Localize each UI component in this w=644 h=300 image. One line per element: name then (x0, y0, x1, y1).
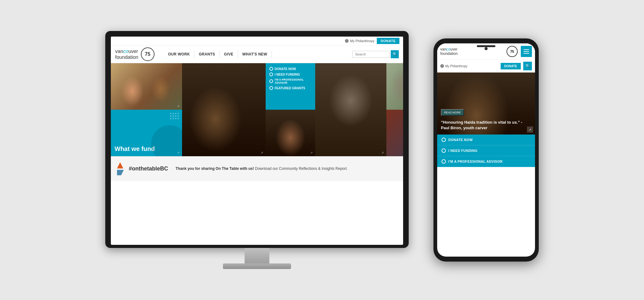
monitor-frame: My Philanthropy DONATE vancouver foundat… (105, 31, 409, 248)
bottom-banner: #onthetableBC Thank you for sharing On T… (111, 156, 403, 181)
mobile-logo-text: vancouver foundation (440, 47, 505, 56)
site-topbar: My Philanthropy DONATE (111, 37, 403, 46)
mobile-phone-wrapper: vancouver foundation 75 My Philanthropy (433, 38, 539, 262)
nav-our-work[interactable]: OUR WORK (164, 50, 194, 58)
hero-cell-women: ➚ (111, 63, 182, 110)
menu-donate-now-label: DONATE NOW (275, 67, 296, 71)
mobile-search-button[interactable]: 🔍 (523, 62, 532, 70)
mobile-read-more-button[interactable]: READ MORE (441, 109, 464, 116)
hamburger-line-1 (524, 49, 529, 50)
hamburger-line-3 (524, 53, 529, 54)
mobile-menu-funding-label: I NEED FUNDING (448, 149, 477, 152)
user-icon (345, 39, 349, 43)
hero-cell-what-we-fund[interactable]: What we fund ➚ (111, 110, 182, 156)
logo-badge: 75 (141, 47, 154, 61)
mobile-philanthropy-label: My Philanthropy (445, 64, 468, 68)
hero-cell-carver: ➚ (182, 63, 266, 156)
monitor-stand-neck (245, 248, 269, 263)
mobile-menu-circle-3 (442, 159, 446, 164)
women-image (111, 63, 182, 110)
phone-speaker (477, 45, 495, 47)
donate-button-top[interactable]: DONATE (377, 38, 399, 44)
carver-image (182, 63, 266, 156)
mobile-user-icon (440, 64, 444, 68)
logo-75-text: 75 (145, 51, 150, 57)
menu-need-funding[interactable]: I NEED FUNDING (269, 73, 311, 76)
expand-icon-1[interactable]: ➚ (176, 104, 181, 108)
mobile-hero: READ MORE "Honouring Haida tradition is … (437, 73, 535, 135)
mobile-logo-badge: 75 (507, 46, 518, 57)
expand-icon-3[interactable]: ➚ (380, 150, 385, 155)
menu-donate-now[interactable]: DONATE NOW (269, 67, 311, 71)
menu-featured[interactable]: FEATURED GRANTS (269, 86, 311, 90)
menu-need-funding-label: I NEED FUNDING (275, 73, 300, 76)
hero-cell-woman-red: ➚ (386, 110, 403, 156)
desktop-monitor: My Philanthropy DONATE vancouver foundat… (105, 31, 409, 269)
mobile-menu-circle-2 (442, 148, 446, 153)
mobile-corner-expand[interactable]: ➚ (527, 126, 533, 133)
philanthropy-label: My Philanthropy (350, 39, 374, 43)
mobile-menu-need-funding[interactable]: I NEED FUNDING (437, 145, 535, 156)
menu-circle-3 (269, 79, 273, 83)
calligraphy-image (266, 110, 315, 156)
mobile-philanthropy[interactable]: My Philanthropy (440, 64, 498, 68)
dots-decoration (170, 113, 179, 119)
mobile-hero-quote: "Honouring Haida tradition is vital to u… (441, 120, 531, 131)
site-navbar: vancouver foundation 75 OUR WORK GRANTS … (111, 46, 403, 63)
mobile-menu-professional[interactable]: I'M A PROFESSIONAL ADVISOR (437, 156, 535, 167)
menu-circle-2 (269, 73, 273, 76)
monitor-screen: My Philanthropy DONATE vancouver foundat… (111, 37, 403, 245)
monitor-stand-base (223, 263, 291, 269)
shape-orange (117, 162, 123, 169)
hero-cell-outdoor: ➚ (386, 63, 403, 110)
menu-featured-label: FEATURED GRANTS (275, 86, 305, 90)
banner-description: Thank you for sharing On The Table with … (176, 166, 348, 171)
hero-cell-portrait: ➚ (315, 63, 386, 156)
search-button[interactable]: 🔍 (391, 50, 399, 58)
expand-icon-2[interactable]: ➚ (259, 150, 264, 155)
search-area: 🔍 (352, 50, 399, 58)
search-input[interactable] (352, 51, 389, 58)
woman-red-image (386, 110, 403, 156)
hero-cell-calligraphy: ➚ (266, 110, 315, 156)
menu-circle-4 (269, 86, 273, 90)
menu-professional[interactable]: I'M A PROFESSIONAL ADVISOR (269, 78, 311, 84)
banner-text-bold: Thank you for sharing On The Table with … (176, 166, 254, 171)
nav-give[interactable]: GIVE (220, 50, 238, 58)
nav-grants[interactable]: GRANTS (194, 50, 220, 58)
hashtag-logo (117, 162, 124, 175)
mobile-menu-circle-1 (442, 138, 446, 142)
menu-professional-label: I'M A PROFESSIONAL ADVISOR (275, 78, 311, 84)
nav-whats-new[interactable]: WHAT'S NEW (238, 50, 272, 58)
hashtag-text[interactable]: #onthetableBC (129, 165, 168, 172)
logo-text: vancouver foundation (115, 48, 138, 60)
nav-links: OUR WORK GRANTS GIVE WHAT'S NEW (164, 50, 347, 58)
mobile-menu-professional-label: I'M A PROFESSIONAL ADVISOR (448, 160, 503, 163)
mobile-logo-75: 75 (510, 50, 514, 53)
mobile-menu-donate-now[interactable]: DONATE NOW (437, 135, 535, 145)
shape-blue (117, 170, 124, 175)
mobile-menu-donate-label: DONATE NOW (448, 138, 473, 142)
expand-icon-6[interactable]: ➚ (309, 150, 314, 155)
mobile-menu-section: DONATE NOW I NEED FUNDING I'M A PROFESSI… (437, 135, 535, 167)
topbar-philanthropy[interactable]: My Philanthropy (345, 39, 374, 43)
logo-area: vancouver foundation 75 (115, 47, 154, 61)
mobile-actions-bar: My Philanthropy DONATE 🔍 (437, 60, 535, 73)
hero-grid: ➚ ➚ DONATE NOW I NEED FUNDING (111, 63, 403, 156)
phone-screen: vancouver foundation 75 My Philanthropy (437, 43, 535, 257)
hero-cell-menu: DONATE NOW I NEED FUNDING I'M A PROFESSI… (266, 63, 315, 110)
mobile-donate-button[interactable]: DONATE (501, 63, 521, 69)
hamburger-line-2 (524, 51, 529, 52)
phone-camera (485, 47, 488, 50)
expand-icon-5[interactable]: ➚ (176, 150, 181, 155)
banner-text-normal: Download our Community Reflections & Ins… (255, 166, 347, 171)
phone-frame: vancouver foundation 75 My Philanthropy (433, 38, 539, 262)
menu-circle-1 (269, 67, 273, 71)
portrait-image (315, 63, 386, 156)
outdoor-image (386, 63, 403, 110)
mobile-hamburger-button[interactable] (521, 46, 532, 57)
